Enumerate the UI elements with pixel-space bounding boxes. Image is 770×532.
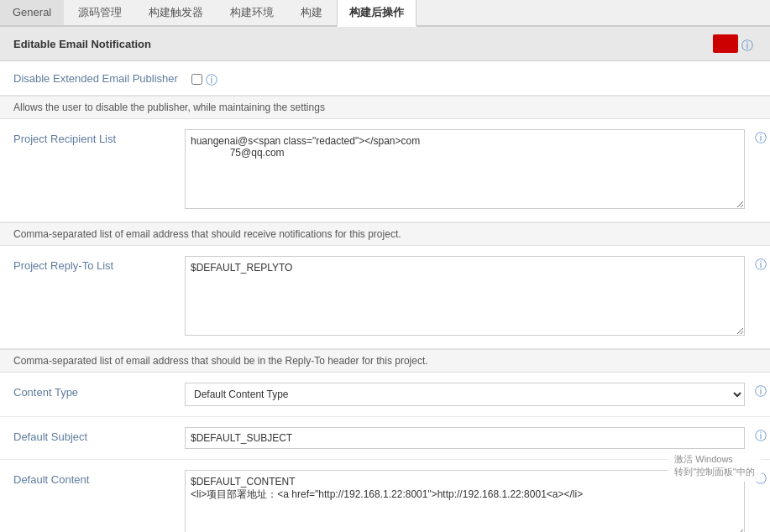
tab-post[interactable]: 构建后操作: [337, 0, 416, 27]
disable-publisher-label: Disable Extended Email Publisher: [13, 72, 185, 85]
section-delete-button[interactable]: [713, 34, 738, 53]
replyto-hint: Comma-separated list of email address th…: [0, 349, 770, 373]
recipient-row: Project Recipient List huangenai@s<span …: [0, 119, 770, 222]
content-type-row: Content Type Default Content Type HTML (…: [0, 373, 770, 417]
content-type-label: Content Type: [0, 379, 185, 404]
replyto-row: Project Reply-To List $DEFAULT_REPLYTO ⓘ: [0, 246, 770, 349]
disable-publisher-checkbox[interactable]: [191, 74, 202, 85]
recipient-control: huangenai@s<span class="redacted"></span…: [185, 126, 752, 215]
recipient-textarea[interactable]: huangenai@s<span class="redacted"></span…: [185, 129, 745, 209]
content-textarea[interactable]: $DEFAULT_CONTENT <li>项目部署地址：<a href="htt…: [185, 470, 745, 532]
subject-label: Default Subject: [0, 424, 185, 448]
section-header: Editable Email Notification ⓘ: [0, 27, 770, 61]
section-title: Editable Email Notification: [13, 38, 151, 50]
content-help-icon[interactable]: ⓘ: [752, 467, 770, 487]
recipient-help-icon[interactable]: ⓘ: [752, 126, 770, 146]
recipient-label: Project Recipient List: [0, 126, 185, 150]
replyto-control: $DEFAULT_REPLYTO: [185, 253, 752, 342]
tab-env[interactable]: 构建环境: [217, 0, 286, 25]
top-nav: General 源码管理 构建触发器 构建环境 构建 构建后操作: [0, 0, 770, 27]
subject-row: Default Subject $DEFAULT_SUBJECT ⓘ: [0, 417, 770, 460]
tab-triggers[interactable]: 构建触发器: [136, 0, 216, 25]
content-type-help-icon[interactable]: ⓘ: [752, 379, 770, 399]
subject-help-icon[interactable]: ⓘ: [752, 424, 770, 444]
replyto-help-icon[interactable]: ⓘ: [752, 253, 770, 273]
content-row: Default Content $DEFAULT_CONTENT <li>项目部…: [0, 460, 770, 532]
disable-help-icon[interactable]: ⓘ: [202, 68, 221, 88]
recipient-hint: Comma-separated list of email address th…: [0, 222, 770, 246]
tab-build[interactable]: 构建: [288, 0, 335, 25]
tab-general[interactable]: General: [0, 0, 64, 25]
tab-scm[interactable]: 源码管理: [65, 0, 134, 25]
content-type-select[interactable]: Default Content Type HTML (text/html) Pl…: [185, 383, 745, 406]
replyto-label: Project Reply-To List: [0, 253, 185, 277]
main-content: Editable Email Notification ⓘ Disable Ex…: [0, 27, 770, 532]
disable-publisher-row: Disable Extended Email Publisher ⓘ: [0, 61, 770, 96]
replyto-textarea[interactable]: $DEFAULT_REPLYTO: [185, 256, 745, 336]
disable-hint: Allows the user to disable the publisher…: [0, 96, 770, 119]
content-control: $DEFAULT_CONTENT <li>项目部署地址：<a href="htt…: [185, 467, 752, 532]
subject-input[interactable]: $DEFAULT_SUBJECT: [185, 427, 745, 449]
content-type-control: Default Content Type HTML (text/html) Pl…: [185, 379, 752, 409]
content-label: Default Content: [0, 467, 185, 491]
section-help-icon[interactable]: ⓘ: [738, 34, 757, 54]
subject-control: $DEFAULT_SUBJECT: [185, 424, 752, 452]
